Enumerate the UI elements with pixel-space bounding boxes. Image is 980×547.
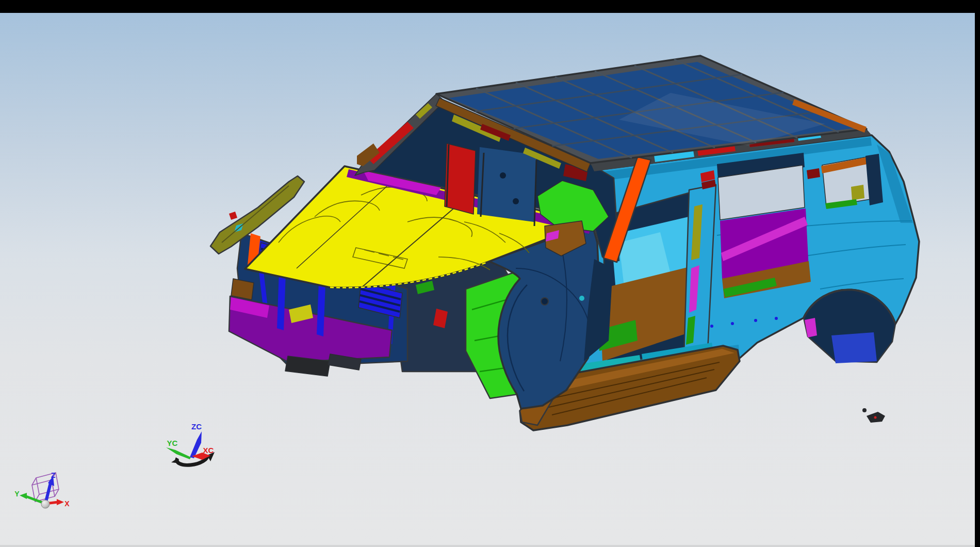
cad-viewport[interactable]: ZC YC XC Z Y X — [0, 0, 975, 547]
fender-teal-dot — [579, 296, 584, 301]
cad-window: { "window": { "top_bar_color": "#000000"… — [0, 0, 980, 547]
window-top-bar — [0, 0, 980, 13]
datum-x-label: X — [64, 500, 70, 508]
weld-dot — [775, 317, 778, 320]
window-right-bar — [975, 0, 980, 547]
weld-dot — [731, 322, 734, 325]
small-part-dot — [862, 408, 867, 412]
rear-door-opening[interactable] — [717, 153, 811, 298]
weld-dot — [710, 325, 713, 328]
dash-panel — [477, 147, 536, 222]
fender-hole — [541, 298, 548, 305]
dash-hole — [513, 198, 519, 204]
dash-red-brace[interactable] — [445, 143, 476, 214]
datum-origin-sphere[interactable] — [41, 500, 50, 508]
quarter-olive-block — [851, 185, 864, 200]
wcs-x-label: XC — [203, 446, 214, 455]
rear-arch-blue-block[interactable] — [831, 332, 877, 363]
weld-dot — [754, 319, 757, 322]
viewport-bottom-edge — [0, 545, 975, 547]
wcs-y-label: YC — [167, 439, 178, 447]
small-part-red-speck — [874, 416, 877, 419]
dash-hole — [500, 172, 506, 179]
datum-y-label: Y — [14, 490, 20, 498]
datum-z-label: Z — [51, 471, 56, 479]
wcs-z-label: ZC — [191, 422, 202, 431]
